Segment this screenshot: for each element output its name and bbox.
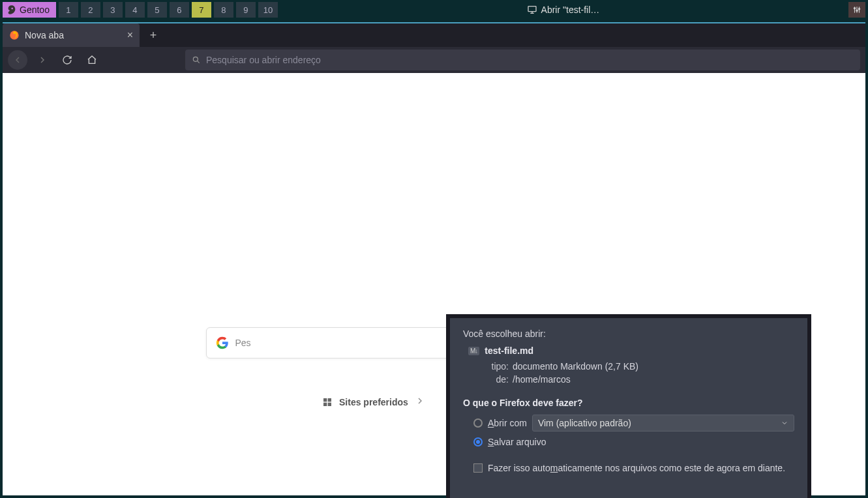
open-with-label: Abrir com xyxy=(488,418,527,428)
workspace-8[interactable]: 8 xyxy=(214,2,233,18)
radio-save-file[interactable] xyxy=(473,437,483,447)
svg-point-8 xyxy=(858,8,860,10)
workspace-6[interactable]: 6 xyxy=(170,2,189,18)
workspace-4[interactable]: 4 xyxy=(125,2,145,18)
option-remember[interactable]: Fazer isso automaticamente nos arquivos … xyxy=(473,463,794,473)
url-input[interactable] xyxy=(206,55,854,65)
meta-type-value: documento Markdown (2,7 KB) xyxy=(513,361,794,372)
svg-rect-15 xyxy=(323,402,327,405)
home-button[interactable] xyxy=(82,50,102,70)
save-file-label: Salvar arquivo xyxy=(488,437,546,447)
dialog-filename: test-file.md xyxy=(485,345,533,356)
tab-close-icon[interactable]: × xyxy=(127,29,133,41)
browser-tab[interactable]: Nova aba × xyxy=(3,23,140,47)
workspace-1[interactable]: 1 xyxy=(59,2,78,18)
chevron-down-icon xyxy=(781,419,788,427)
grid-icon xyxy=(322,397,333,407)
meta-from-key: de: xyxy=(483,374,509,385)
workspace-2[interactable]: 2 xyxy=(81,2,100,18)
gentoo-icon xyxy=(7,5,17,15)
workspace-7[interactable]: 7 xyxy=(192,2,211,18)
svg-rect-14 xyxy=(328,398,331,402)
tabstrip: Nova aba × + xyxy=(3,23,865,47)
monitor-icon xyxy=(527,5,537,15)
svg-rect-0 xyxy=(528,7,536,12)
open-file-dialog: Você escolheu abrir: M↓ test-file.md tip… xyxy=(446,314,811,498)
workspace-5[interactable]: 5 xyxy=(147,2,167,18)
svg-point-7 xyxy=(856,10,858,11)
tab-title: Nova aba xyxy=(25,30,64,40)
open-with-app-select[interactable]: Vim (aplicativo padrão) xyxy=(532,415,794,432)
back-button[interactable] xyxy=(8,50,27,70)
dialog-intro: Você escolheu abrir: xyxy=(463,329,794,339)
distro-button[interactable]: Gentoo xyxy=(3,2,56,18)
svg-rect-13 xyxy=(323,398,327,402)
reload-button[interactable] xyxy=(57,50,77,70)
tray-equalizer-icon[interactable] xyxy=(848,2,865,18)
select-value: Vim (aplicativo padrão) xyxy=(538,418,631,428)
chevron-right-icon xyxy=(415,396,425,408)
svg-point-6 xyxy=(854,8,855,9)
google-icon xyxy=(216,336,229,349)
browser-window: Nova aba × + xyxy=(3,22,865,495)
navbar xyxy=(3,47,865,73)
search-icon xyxy=(192,55,201,65)
taskbar-window-title: Abrir "test-fil… xyxy=(280,5,846,15)
dialog-question: O que o Firefox deve fazer? xyxy=(463,398,794,408)
workspace-9[interactable]: 9 xyxy=(236,2,256,18)
new-tab-button[interactable]: + xyxy=(143,25,163,45)
distro-label: Gentoo xyxy=(20,5,50,15)
workspace-3[interactable]: 3 xyxy=(103,2,123,18)
markdown-file-icon: M↓ xyxy=(468,347,479,355)
meta-type-key: tipo: xyxy=(483,361,509,372)
top-sites-header[interactable]: Sites preferidos xyxy=(322,396,425,408)
page-content: Pes Sites preferidos Você escolheu abrir… xyxy=(3,73,865,495)
forward-button[interactable] xyxy=(33,50,52,70)
dialog-metadata: tipo: documento Markdown (2,7 KB) de: /h… xyxy=(463,361,794,385)
workspace-10[interactable]: 10 xyxy=(258,2,278,18)
option-open-with[interactable]: Abrir com Vim (aplicativo padrão) xyxy=(473,415,794,432)
url-bar[interactable] xyxy=(185,50,860,70)
remember-label: Fazer isso automaticamente nos arquivos … xyxy=(488,463,785,473)
checkbox-remember[interactable] xyxy=(473,463,483,473)
svg-rect-16 xyxy=(328,402,331,405)
dialog-filename-row: M↓ test-file.md xyxy=(463,345,794,356)
meta-from-value: /home/marcos xyxy=(513,374,794,385)
firefox-icon xyxy=(9,30,20,40)
option-save-file[interactable]: Salvar arquivo xyxy=(473,437,794,447)
radio-open-with[interactable] xyxy=(473,418,483,428)
svg-line-11 xyxy=(197,61,199,63)
taskbar: Gentoo 1 2 3 4 5 6 7 8 9 10 Abrir "test-… xyxy=(0,0,868,20)
top-sites-label: Sites preferidos xyxy=(339,397,408,407)
svg-point-10 xyxy=(193,57,198,61)
